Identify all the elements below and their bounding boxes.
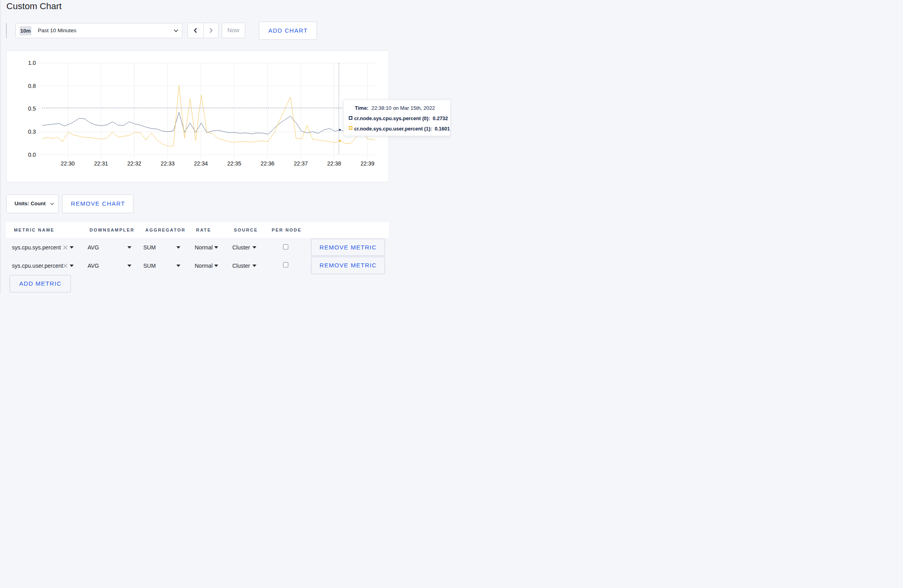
svg-text:0.0: 0.0 xyxy=(28,151,36,158)
svg-text:22:34: 22:34 xyxy=(194,160,208,166)
svg-text:0.5: 0.5 xyxy=(28,105,36,112)
svg-text:22:39: 22:39 xyxy=(360,160,374,166)
svg-text:22:33: 22:33 xyxy=(160,160,174,166)
svg-text:22:37: 22:37 xyxy=(294,160,308,166)
svg-text:22:38: 22:38 xyxy=(327,160,341,166)
svg-text:22:36: 22:36 xyxy=(260,160,274,166)
svg-text:0.8: 0.8 xyxy=(28,82,36,89)
svg-text:22:31: 22:31 xyxy=(94,160,108,166)
svg-text:22:32: 22:32 xyxy=(127,160,141,166)
svg-text:22:30: 22:30 xyxy=(61,160,74,166)
svg-text:1.0: 1.0 xyxy=(28,60,36,66)
svg-text:22:35: 22:35 xyxy=(227,160,241,166)
svg-text:0.3: 0.3 xyxy=(28,128,36,134)
